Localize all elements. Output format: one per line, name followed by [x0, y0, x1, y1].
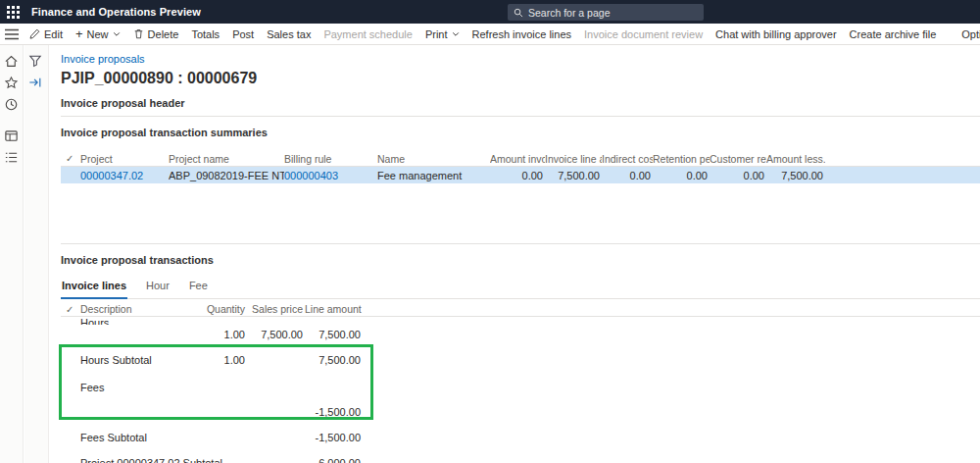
grid-row-hours-subtotal[interactable]: Hours Subtotal 1.00 7,500.00 — [61, 344, 980, 376]
description-cell: Hours — [80, 317, 183, 325]
column-header-project-name[interactable]: Project name — [169, 153, 284, 165]
main-content: Invoice proposals PJIP_00000890 : 000006… — [49, 45, 980, 463]
line-amount-cell: 7,500.00 — [305, 354, 363, 366]
summaries-grid-header: ✓ Project Project name Billing rule Name… — [61, 151, 980, 167]
new-button[interactable]: + New — [75, 28, 121, 40]
refresh-invoice-lines-button[interactable]: Refresh invoice lines — [472, 28, 572, 40]
workspaces-icon[interactable] — [4, 128, 20, 143]
grid-row-fees-subtotal[interactable]: Fees Subtotal -1,500.00 — [61, 425, 980, 450]
grid-row-project-subtotal[interactable]: Project 00000347.02 Subtotal 6,000.00 — [61, 450, 980, 463]
options-label: Options — [961, 28, 980, 40]
description-cell: Project 00000347.02 Subtotal — [80, 457, 183, 463]
left-nav-rail — [0, 45, 24, 463]
grid-row-hours-group[interactable]: Hours — [61, 317, 980, 325]
select-all-checkmark-icon[interactable]: ✓ — [61, 304, 80, 315]
print-label: Print — [425, 28, 448, 40]
invoice-lines-grid: ✓ Description Quantity Sales price Line … — [61, 302, 980, 463]
print-button[interactable]: Print — [425, 28, 460, 40]
column-header-invoice-line-amount[interactable]: Invoice line a... — [545, 153, 602, 165]
expand-pane-icon[interactable] — [28, 75, 44, 90]
favorites-star-icon[interactable] — [4, 75, 20, 90]
modules-list-icon[interactable] — [4, 149, 20, 165]
tab-invoice-lines[interactable]: Invoice lines — [61, 277, 127, 299]
column-header-customer-retention[interactable]: Customer ret... — [710, 153, 766, 165]
search-icon — [514, 8, 523, 18]
post-button[interactable]: Post — [232, 28, 254, 40]
totals-button[interactable]: Totals — [191, 28, 220, 40]
invoice-lines-grid-header: ✓ Description Quantity Sales price Line … — [61, 302, 980, 317]
transactions-tabs: Invoice lines Hour Fee — [61, 277, 980, 299]
column-header-quantity[interactable]: Quantity — [183, 303, 247, 315]
search-placeholder: Search for a page — [528, 7, 610, 19]
tab-fee[interactable]: Fee — [188, 277, 209, 298]
section-transactions[interactable]: Invoice proposal transactions — [61, 254, 980, 273]
options-button[interactable]: Options — [961, 28, 980, 40]
column-header-project[interactable]: Project — [80, 153, 169, 165]
column-header-billing-rule[interactable]: Billing rule — [284, 153, 377, 165]
command-bar: Edit + New Delete Totals Post Sales tax … — [0, 24, 980, 45]
sales-price-cell: 7,500.00 — [247, 329, 305, 340]
column-header-retention[interactable]: Retention pe... — [653, 153, 710, 165]
top-navigation-bar: Finance and Operations Preview Search fo… — [0, 0, 980, 24]
column-header-description[interactable]: Description — [80, 303, 183, 315]
indirect-costs-cell: 0.00 — [602, 170, 653, 181]
amount-invoiced-cell: 0.00 — [490, 170, 545, 181]
chevron-down-icon — [452, 30, 460, 38]
invoice-document-review-label: Invoice document review — [584, 28, 703, 40]
totals-label: Totals — [191, 28, 220, 40]
invoice-document-review-button: Invoice document review — [584, 28, 703, 40]
refresh-invoice-lines-label: Refresh invoice lines — [472, 28, 572, 40]
column-header-amount-invoiced[interactable]: Amount invo... — [490, 153, 545, 165]
project-name-cell: ABP_09082019-FEE NTE-2 — [169, 170, 284, 181]
create-archive-file-label: Create archive file — [850, 28, 937, 40]
post-label: Post — [232, 28, 254, 40]
payment-schedule-label: Payment schedule — [323, 28, 413, 40]
select-all-checkmark-icon[interactable]: ✓ — [61, 153, 80, 164]
line-amount-cell: -1,500.00 — [305, 406, 363, 418]
summaries-row-selected[interactable]: 00000347.02 ABP_09082019-FEE NTE-2 00000… — [61, 167, 980, 183]
chevron-down-icon — [113, 30, 121, 38]
quantity-cell: 1.00 — [183, 354, 247, 366]
retention-cell: 0.00 — [653, 170, 710, 181]
description-cell: Fees Subtotal — [80, 432, 183, 443]
app-title: Finance and Operations Preview — [31, 6, 201, 18]
sales-tax-button[interactable]: Sales tax — [267, 28, 311, 40]
chat-with-billing-approver-button[interactable]: Chat with billing approver — [715, 28, 837, 40]
breadcrumb[interactable]: Invoice proposals — [61, 53, 145, 65]
recent-clock-icon[interactable] — [4, 96, 20, 112]
billing-rule-link[interactable]: 000000403 — [284, 170, 377, 181]
create-archive-file-button[interactable]: Create archive file — [850, 28, 937, 40]
home-icon[interactable] — [4, 53, 20, 69]
waffle-dots-icon — [7, 6, 20, 19]
app-launcher-icon[interactable] — [0, 0, 25, 24]
edit-button[interactable]: Edit — [29, 28, 63, 40]
customer-retention-cell: 0.00 — [710, 170, 766, 181]
grid-row-fees-line[interactable]: -1,500.00 — [61, 399, 980, 425]
delete-button[interactable]: Delete — [133, 28, 179, 40]
column-header-sales-price[interactable]: Sales price — [247, 303, 305, 315]
description-cell: Fees — [80, 382, 183, 393]
summaries-grid-empty-area — [61, 183, 980, 244]
amount-less-cell: 7,500.00 — [766, 170, 825, 181]
column-header-line-amount[interactable]: Line amount — [305, 303, 363, 315]
plus-icon: + — [75, 29, 83, 39]
hamburger-menu-icon[interactable] — [5, 26, 21, 42]
app-window: Finance and Operations Preview Search fo… — [0, 0, 980, 463]
project-link[interactable]: 00000347.02 — [80, 170, 169, 181]
global-search-box[interactable]: Search for a page — [508, 4, 704, 21]
filter-funnel-icon[interactable] — [28, 53, 44, 69]
invoice-line-amount-cell: 7,500.00 — [545, 170, 602, 181]
line-amount-cell: 6,000.00 — [305, 457, 363, 463]
tab-hour[interactable]: Hour — [145, 277, 171, 298]
column-header-name[interactable]: Name — [377, 153, 490, 165]
section-transaction-summaries[interactable]: Invoice proposal transaction summaries — [61, 127, 980, 145]
name-cell: Fee management — [377, 170, 490, 181]
grid-row-hours-line[interactable]: 1.00 7,500.00 7,500.00 — [61, 325, 980, 344]
section-invoice-proposal-header[interactable]: Invoice proposal header — [61, 97, 980, 117]
page-title: PJIP_00000890 : 00000679 — [61, 70, 980, 87]
column-header-amount-less[interactable]: Amount less... — [766, 153, 825, 165]
line-amount-cell: 7,500.00 — [305, 329, 363, 340]
column-header-indirect-costs[interactable]: Indirect costs — [602, 153, 653, 165]
grid-row-fees-group[interactable]: Fees — [61, 376, 980, 399]
payment-schedule-button: Payment schedule — [323, 28, 413, 40]
